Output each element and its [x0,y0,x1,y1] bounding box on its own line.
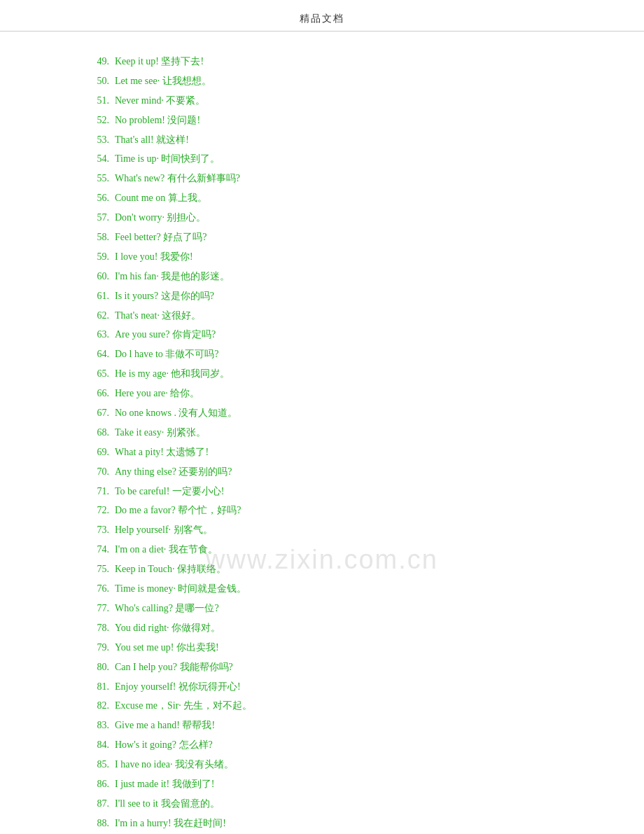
list-item: 65.He is my age· 他和我同岁。 [84,365,560,383]
phrase-number: 58. [84,228,109,246]
phrase-text: No one knows . 没有人知道。 [115,404,560,422]
phrase-text: Here you are· 给你。 [115,384,560,403]
phrase-number: 80. [84,658,109,676]
list-item: 77.Who's calling? 是哪一位? [84,599,560,618]
list-item: 49.Keep it up! 坚持下去! [84,53,560,71]
phrase-text: You set me up! 你出卖我! [115,639,560,657]
list-item: 62.That's neat· 这很好。 [84,307,560,325]
phrase-number: 53. [84,131,109,149]
page-header: 精品文档 [0,0,644,32]
phrase-number: 75. [84,560,109,578]
phrase-text: No problem! 没问题! [115,111,560,130]
phrase-text: Keep it up! 坚持下去! [115,53,560,71]
phrase-text: How's it going? 怎么样? [115,736,560,754]
phrase-text: I'm in a hurry! 我在赶时间! [115,814,560,833]
list-item: 76.Time is money· 时间就是金钱。 [84,580,560,598]
phrase-number: 49. [84,53,109,71]
phrase-text: I'll see to it 我会留意的。 [115,795,560,813]
phrase-text: I love you! 我爱你! [115,248,560,266]
phrase-number: 81. [84,678,109,696]
phrase-number: 50. [84,72,109,90]
phrase-text: He is my age· 他和我同岁。 [115,365,560,383]
list-item: 53.That's all! 就这样! [84,131,560,149]
phrase-text: Take it easy· 别紧张。 [115,424,560,442]
phrase-number: 70. [84,463,109,481]
phrase-text: You did right· 你做得对。 [115,619,560,637]
list-item: 87.I'll see to it 我会留意的。 [84,795,560,813]
phrase-text: Enjoy yourself! 祝你玩得开心! [115,678,560,696]
list-item: 74.I'm on a diet· 我在节食。 [84,541,560,559]
phrase-text: Are you sure? 你肯定吗? [115,326,560,344]
phrase-number: 52. [84,111,109,130]
list-item: 68.Take it easy· 别紧张。 [84,424,560,442]
phrase-number: 67. [84,404,109,422]
phrase-number: 83. [84,716,109,735]
phrase-number: 61. [84,287,109,305]
phrase-list: 49.Keep it up! 坚持下去!50.Let me see· 让我想想。… [84,53,560,834]
list-item: 66.Here you are· 给你。 [84,384,560,403]
list-item: 57.Don't worry· 别担心。 [84,209,560,227]
phrase-text: I'm on a diet· 我在节食。 [115,541,560,559]
list-item: 72.Do me a favor? 帮个忙，好吗? [84,501,560,520]
phrase-text: Count me on 算上我。 [115,189,560,207]
list-item: 70.Any thing else? 还要别的吗? [84,463,560,481]
phrase-number: 76. [84,580,109,598]
phrase-number: 60. [84,267,109,286]
phrase-text: What's new? 有什么新鲜事吗? [115,169,560,188]
phrase-text: Don't worry· 别担心。 [115,209,560,227]
phrase-number: 87. [84,795,109,813]
phrase-text: I just made it! 我做到了! [115,775,560,793]
phrase-text: That's neat· 这很好。 [115,307,560,325]
list-item: 56.Count me on 算上我。 [84,189,560,207]
list-item: 67.No one knows . 没有人知道。 [84,404,560,422]
list-item: 69.What a pity! 太遗憾了! [84,443,560,461]
phrase-text: Keep in Touch· 保持联络。 [115,560,560,578]
phrase-text: Do me a favor? 帮个忙，好吗? [115,501,560,520]
phrase-text: Excuse me，Sir· 先生，对不起。 [115,697,560,715]
phrase-text: I have no idea· 我没有头绪。 [115,756,560,774]
phrase-number: 65. [84,365,109,383]
list-item: 78.You did right· 你做得对。 [84,619,560,637]
phrase-number: 57. [84,209,109,227]
content-area: 49.Keep it up! 坚持下去!50.Let me see· 让我想想。… [0,32,644,834]
phrase-text: Who's calling? 是哪一位? [115,599,560,618]
list-item: 83.Give me a hand! 帮帮我! [84,716,560,735]
phrase-text: Help yourself· 别客气。 [115,521,560,539]
phrase-number: 54. [84,150,109,168]
phrase-number: 62. [84,307,109,325]
phrase-text: Give me a hand! 帮帮我! [115,716,560,735]
phrase-text: Time is up· 时间快到了。 [115,150,560,168]
phrase-number: 73. [84,521,109,539]
phrase-number: 69. [84,443,109,461]
list-item: 63.Are you sure? 你肯定吗? [84,326,560,344]
phrase-text: Time is money· 时间就是金钱。 [115,580,560,598]
phrase-text: To be careful! 一定要小心! [115,482,560,501]
phrase-text: Let me see· 让我想想。 [115,72,560,90]
list-item: 58.Feel better? 好点了吗? [84,228,560,246]
phrase-number: 74. [84,541,109,559]
list-item: 75.Keep in Touch· 保持联络。 [84,560,560,578]
header-title: 精品文档 [300,13,344,24]
phrase-text: Is it yours? 这是你的吗? [115,287,560,305]
phrase-text: That's all! 就这样! [115,131,560,149]
list-item: 51.Never mind· 不要紧。 [84,92,560,110]
list-item: 71.To be careful! 一定要小心! [84,482,560,501]
list-item: 52.No problem! 没问题! [84,111,560,130]
phrase-text: What a pity! 太遗憾了! [115,443,560,461]
phrase-number: 55. [84,169,109,188]
phrase-number: 56. [84,189,109,207]
list-item: 60.I'm his fan· 我是他的影迷。 [84,267,560,286]
phrase-number: 72. [84,501,109,520]
list-item: 64.Do l have to 非做不可吗? [84,345,560,363]
list-item: 85.I have no idea· 我没有头绪。 [84,756,560,774]
phrase-text: Feel better? 好点了吗? [115,228,560,246]
phrase-number: 68. [84,424,109,442]
phrase-number: 84. [84,736,109,754]
phrase-text: Can I help you? 我能帮你吗? [115,658,560,676]
list-item: 82.Excuse me，Sir· 先生，对不起。 [84,697,560,715]
phrase-number: 71. [84,482,109,501]
phrase-number: 59. [84,248,109,266]
list-item: 73.Help yourself· 别客气。 [84,521,560,539]
phrase-number: 66. [84,384,109,403]
phrase-number: 64. [84,345,109,363]
